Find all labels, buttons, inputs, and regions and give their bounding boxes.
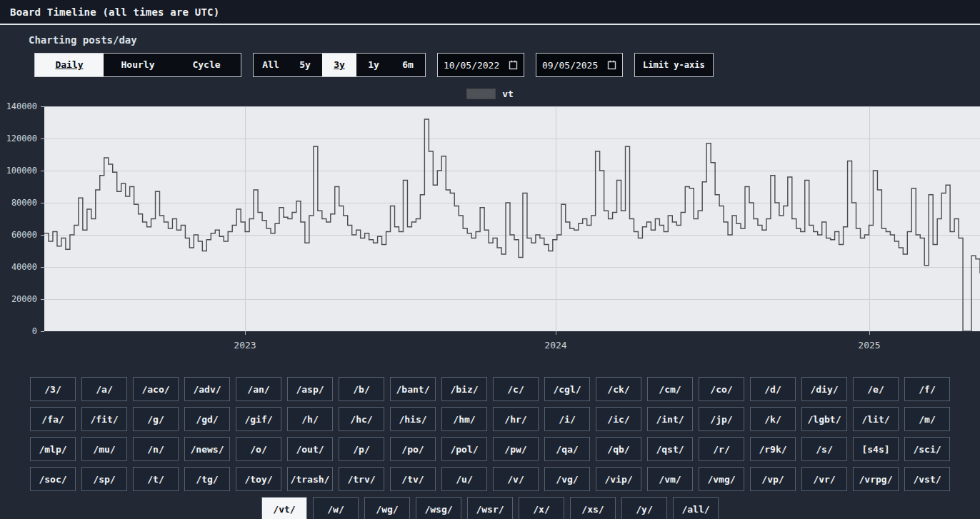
board-button-o[interactable]: /o/ [236, 437, 281, 461]
board-button-h[interactable]: /h/ [287, 407, 333, 431]
board-button-i[interactable]: /i/ [544, 407, 590, 431]
board-button-int[interactable]: /int/ [647, 407, 693, 431]
date-to-input[interactable]: 09/05/2025 [536, 53, 623, 77]
board-button-b[interactable]: /b/ [339, 377, 384, 401]
board-button-vp[interactable]: /vp/ [750, 467, 796, 491]
board-button-ic[interactable]: /ic/ [596, 407, 641, 431]
board-button-p[interactable]: /p/ [339, 437, 384, 461]
view-mode-daily[interactable]: Daily [35, 54, 104, 76]
board-button-soc[interactable]: /soc/ [30, 467, 76, 491]
board-button-d[interactable]: /d/ [750, 377, 796, 401]
board-button-vrpg[interactable]: /vrpg/ [853, 467, 899, 491]
board-button-hr[interactable]: /hr/ [493, 407, 539, 431]
board-button-vt[interactable]: /vt/ [261, 497, 307, 519]
board-button-ck[interactable]: /ck/ [596, 377, 641, 401]
board-button-vm[interactable]: /vm/ [647, 467, 693, 491]
board-button-trash[interactable]: /trash/ [287, 467, 333, 491]
board-button-n[interactable]: /n/ [133, 437, 179, 461]
board-button-wsg[interactable]: /wsg/ [416, 497, 461, 519]
board-button-pol[interactable]: /pol/ [441, 437, 487, 461]
board-button-gif[interactable]: /gif/ [236, 407, 281, 431]
board-button-hc[interactable]: /hc/ [339, 407, 384, 431]
board-button-vg[interactable]: /vg/ [544, 467, 590, 491]
board-button-vst[interactable]: /vst/ [904, 467, 950, 491]
chart-legend-item[interactable]: vt [0, 89, 980, 99]
board-button-aco[interactable]: /aco/ [133, 377, 179, 401]
x-axis-tick [556, 331, 556, 335]
calendar-icon[interactable] [509, 60, 518, 70]
board-button-wsr[interactable]: /wsr/ [467, 497, 513, 519]
board-button-fa[interactable]: /fa/ [30, 407, 76, 431]
board-button-t[interactable]: /t/ [133, 467, 179, 491]
range-1y[interactable]: 1y [356, 54, 391, 76]
board-button-v[interactable]: /v/ [493, 467, 539, 491]
board-button-po[interactable]: /po/ [390, 437, 436, 461]
board-button-biz[interactable]: /biz/ [441, 377, 487, 401]
board-button-news[interactable]: /news/ [184, 437, 230, 461]
board-button-all[interactable]: /all/ [673, 497, 719, 519]
board-selector-grid: /3//a//aco//adv//an//asp//b//bant//biz//… [0, 377, 980, 519]
view-mode-hourly[interactable]: Hourly [104, 54, 172, 76]
board-button-asp[interactable]: /asp/ [287, 377, 333, 401]
y-axis-tick [41, 299, 44, 300]
board-button-pw[interactable]: /pw/ [493, 437, 539, 461]
calendar-icon[interactable] [607, 60, 616, 70]
date-from-input[interactable]: 10/05/2022 [437, 53, 524, 77]
board-button-co[interactable]: /co/ [699, 377, 744, 401]
board-button-jp[interactable]: /jp/ [699, 407, 744, 431]
board-button-an[interactable]: /an/ [236, 377, 281, 401]
board-button-bant[interactable]: /bant/ [390, 377, 436, 401]
chart-plot-area[interactable] [44, 106, 980, 331]
board-button-3[interactable]: /3/ [30, 377, 76, 401]
board-button-adv[interactable]: /adv/ [184, 377, 230, 401]
board-button-m[interactable]: /m/ [904, 407, 950, 431]
board-button-x[interactable]: /x/ [519, 497, 564, 519]
board-button-w[interactable]: /w/ [313, 497, 359, 519]
board-button-r9k[interactable]: /r9k/ [750, 437, 796, 461]
board-button-qb[interactable]: /qb/ [596, 437, 641, 461]
board-button-cm[interactable]: /cm/ [647, 377, 693, 401]
board-button-lgbt[interactable]: /lgbt/ [801, 407, 847, 431]
range-6m[interactable]: 6m [391, 54, 425, 76]
board-button-fit[interactable]: /fit/ [81, 407, 127, 431]
board-button-lit[interactable]: /lit/ [853, 407, 899, 431]
board-button-k[interactable]: /k/ [750, 407, 796, 431]
board-button-qa[interactable]: /qa/ [544, 437, 590, 461]
board-button-g[interactable]: /g/ [133, 407, 179, 431]
board-button-trv[interactable]: /trv/ [339, 467, 384, 491]
board-button-sp[interactable]: /sp/ [81, 467, 127, 491]
board-button-gd[interactable]: /gd/ [184, 407, 230, 431]
board-button-f[interactable]: /f/ [904, 377, 950, 401]
board-button-diy[interactable]: /diy/ [801, 377, 847, 401]
range-all[interactable]: All [254, 54, 288, 76]
board-button-mu[interactable]: /mu/ [81, 437, 127, 461]
board-button-vr[interactable]: /vr/ [801, 467, 847, 491]
board-button-s[interactable]: /s/ [801, 437, 847, 461]
limit-y-axis-button[interactable]: Limit y-axis [634, 53, 714, 77]
board-button-cgl[interactable]: /cgl/ [544, 377, 590, 401]
x-axis-label-2024: 2024 [544, 340, 566, 351]
board-button-toy[interactable]: /toy/ [236, 467, 281, 491]
board-button-r[interactable]: /r/ [699, 437, 744, 461]
view-mode-cycle[interactable]: Cycle [172, 54, 241, 76]
board-button-qst[interactable]: /qst/ [647, 437, 693, 461]
board-button-y[interactable]: /y/ [621, 497, 667, 519]
board-button-mlp[interactable]: /mlp/ [30, 437, 76, 461]
range-5y[interactable]: 5y [288, 54, 322, 76]
board-button-tg[interactable]: /tg/ [184, 467, 230, 491]
board-button-s4s[interactable]: [s4s] [853, 437, 899, 461]
board-button-u[interactable]: /u/ [441, 467, 487, 491]
board-button-vip[interactable]: /vip/ [596, 467, 641, 491]
board-button-a[interactable]: /a/ [81, 377, 127, 401]
board-button-out[interactable]: /out/ [287, 437, 333, 461]
board-button-wg[interactable]: /wg/ [364, 497, 410, 519]
board-button-c[interactable]: /c/ [493, 377, 539, 401]
board-button-hm[interactable]: /hm/ [441, 407, 487, 431]
board-button-sci[interactable]: /sci/ [904, 437, 950, 461]
board-button-e[interactable]: /e/ [853, 377, 899, 401]
range-3y[interactable]: 3y [322, 54, 356, 76]
board-button-his[interactable]: /his/ [390, 407, 436, 431]
board-button-xs[interactable]: /xs/ [570, 497, 616, 519]
board-button-tv[interactable]: /tv/ [390, 467, 436, 491]
board-button-vmg[interactable]: /vmg/ [699, 467, 744, 491]
